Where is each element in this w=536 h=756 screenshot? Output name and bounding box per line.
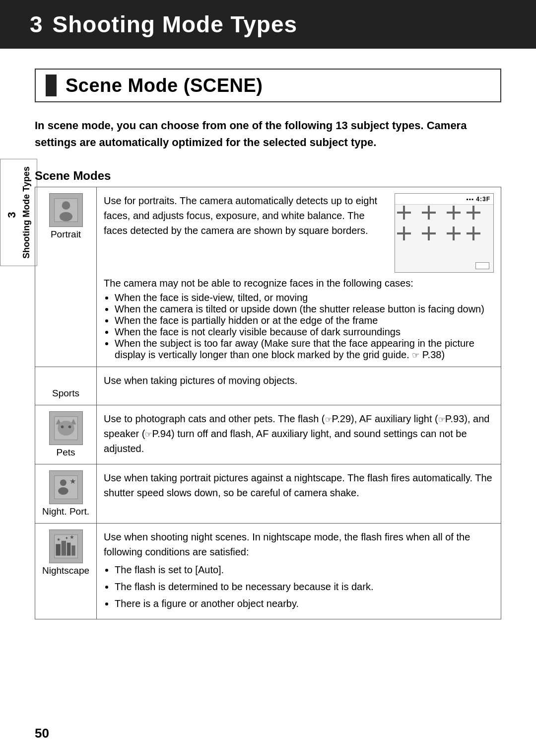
svg-point-7 bbox=[61, 426, 64, 429]
table-row: ★ ★ ✦ Nightscape Use when shooting night… bbox=[35, 524, 501, 619]
chapter-header: 3 Shooting Mode Types bbox=[0, 0, 536, 49]
pets-icon-cell: Pets bbox=[35, 405, 97, 464]
svg-rect-16 bbox=[67, 543, 70, 556]
portrait-bullets: When the face is side-view, tilted, or m… bbox=[115, 292, 494, 361]
page-number: 50 bbox=[35, 726, 49, 741]
svg-text:★: ★ bbox=[57, 537, 61, 542]
section-color-block bbox=[46, 75, 57, 96]
sports-description-content: Use when taking pictures of moving objec… bbox=[104, 373, 494, 388]
sports-icon-cell: Sports bbox=[35, 367, 97, 405]
svg-text:✦: ✦ bbox=[65, 535, 68, 540]
portrait-icon-cell: Portrait bbox=[35, 187, 97, 367]
nightport-description-content: Use when taking portrait pictures agains… bbox=[104, 470, 494, 500]
vf-body bbox=[395, 205, 493, 272]
section-title-bar: Scene Mode (SCENE) bbox=[35, 69, 501, 102]
nightport-desc-p1: Use when taking portrait pictures agains… bbox=[104, 470, 494, 500]
viewfinder: ▪▪▪ 4:3F bbox=[395, 193, 494, 273]
chapter-title: Shooting Mode Types bbox=[53, 11, 297, 38]
modes-table: Portrait ▪▪▪ 4:3F bbox=[35, 187, 501, 619]
svg-rect-17 bbox=[71, 545, 75, 556]
nightscape-icon-cell: ★ ★ ✦ Nightscape bbox=[35, 524, 97, 619]
nightscape-bullet-1: The flash is set to [Auto]. bbox=[115, 562, 494, 577]
main-content: Scene Mode (SCENE) In scene mode, you ca… bbox=[0, 49, 536, 649]
table-row: Portrait ▪▪▪ 4:3F bbox=[35, 187, 501, 367]
sports-desc-p1: Use when taking pictures of moving objec… bbox=[104, 373, 494, 388]
portrait-icon bbox=[49, 193, 83, 227]
portrait-bullet-4: When the face is not clearly visible bec… bbox=[115, 326, 494, 338]
svg-point-11 bbox=[58, 487, 68, 495]
nightscape-icon: ★ ★ ✦ bbox=[49, 529, 83, 563]
portrait-desc-p2: The camera may not be able to recognize … bbox=[104, 278, 494, 289]
portrait-bullet-3: When the face is partially hidden or at … bbox=[115, 315, 494, 326]
nightscape-bullets: The flash is set to [Auto]. The flash is… bbox=[115, 562, 494, 611]
portrait-description: ▪▪▪ 4:3F bbox=[97, 187, 501, 367]
vf-bottom-bar bbox=[475, 262, 489, 269]
ref-p38: ☞ bbox=[412, 351, 419, 360]
svg-rect-15 bbox=[61, 541, 66, 556]
nightport-description: Use when taking portrait pictures agains… bbox=[97, 464, 501, 524]
portrait-bullet-5: When the subject is too far away (Make s… bbox=[115, 338, 494, 361]
svg-point-2 bbox=[59, 212, 72, 222]
ref-speaker-icon: ☞ bbox=[145, 430, 152, 439]
pets-label: Pets bbox=[42, 447, 89, 458]
section-title: Scene Mode (SCENE) bbox=[66, 75, 263, 96]
portrait-bullet-1: When the face is side-view, tilted, or m… bbox=[115, 292, 494, 303]
vf-indicator: ▪▪▪ 4:3F bbox=[466, 195, 490, 204]
chapter-number: 3 bbox=[30, 11, 43, 38]
nightscape-bullet-2: The flash is determined to be necessary … bbox=[115, 579, 494, 594]
svg-point-6 bbox=[58, 421, 74, 436]
portrait-bullet-2: When the camera is tilted or upside down… bbox=[115, 303, 494, 315]
svg-text:★: ★ bbox=[69, 477, 76, 485]
ref-flash-icon: ☞ bbox=[325, 415, 332, 424]
svg-point-8 bbox=[68, 426, 71, 429]
portrait-label: Portrait bbox=[42, 229, 89, 240]
nightport-icon-cell: ★ Night. Port. bbox=[35, 464, 97, 524]
nightscape-description-content: Use when shooting night scenes. In night… bbox=[104, 529, 494, 611]
scene-modes-heading: Scene Modes bbox=[35, 169, 501, 183]
table-row: Sports Use when taking pictures of movin… bbox=[35, 367, 501, 405]
svg-rect-14 bbox=[56, 544, 60, 556]
pets-description-content: Use to photograph cats and other pets. T… bbox=[104, 411, 494, 456]
pets-desc-p1: Use to photograph cats and other pets. T… bbox=[104, 411, 494, 456]
portrait-description-content: ▪▪▪ 4:3F bbox=[104, 193, 494, 273]
table-row: ★ Night. Port. Use when taking portrait … bbox=[35, 464, 501, 524]
nightport-label: Night. Port. bbox=[42, 506, 89, 517]
vf-top-bar: ▪▪▪ 4:3F bbox=[395, 194, 493, 205]
nightscape-description: Use when shooting night scenes. In night… bbox=[97, 524, 501, 619]
pets-icon bbox=[49, 411, 83, 445]
pets-description: Use to photograph cats and other pets. T… bbox=[97, 405, 501, 464]
sports-label: Sports bbox=[42, 388, 89, 399]
svg-point-10 bbox=[60, 479, 66, 486]
ref-af-icon: ☞ bbox=[438, 415, 445, 424]
svg-text:★: ★ bbox=[69, 534, 74, 540]
nightscape-bullet-3: There is a figure or another object near… bbox=[115, 596, 494, 611]
intro-text: In scene mode, you can choose from one o… bbox=[35, 117, 501, 151]
sports-description: Use when taking pictures of moving objec… bbox=[97, 367, 501, 405]
svg-point-1 bbox=[62, 201, 70, 210]
nightscape-label: Nightscape bbox=[42, 565, 89, 576]
page-container: 3 Shooting Mode Types 3 Shooting Mode Ty… bbox=[0, 0, 536, 756]
nightport-icon: ★ bbox=[49, 470, 83, 504]
table-row: Pets Use to photograph cats and other pe… bbox=[35, 405, 501, 464]
nightscape-desc-p1: Use when shooting night scenes. In night… bbox=[104, 529, 494, 559]
